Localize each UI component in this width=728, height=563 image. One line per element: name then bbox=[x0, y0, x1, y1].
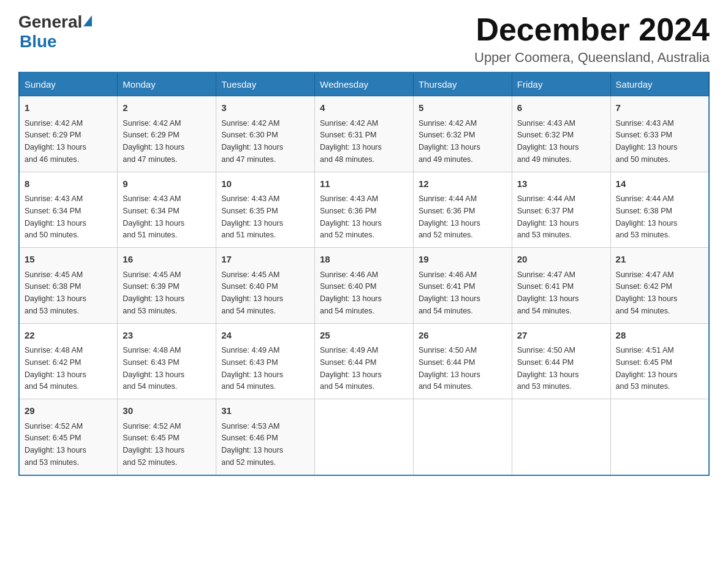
calendar-cell: 7 Sunrise: 4:43 AMSunset: 6:33 PMDayligh… bbox=[610, 96, 709, 172]
calendar-cell: 24 Sunrise: 4:49 AMSunset: 6:43 PMDaylig… bbox=[216, 323, 315, 399]
calendar-cell: 18 Sunrise: 4:46 AMSunset: 6:40 PMDaylig… bbox=[315, 248, 414, 324]
calendar-cell: 10 Sunrise: 4:43 AMSunset: 6:35 PMDaylig… bbox=[216, 172, 315, 248]
day-info: Sunrise: 4:44 AMSunset: 6:37 PMDaylight:… bbox=[517, 194, 579, 239]
day-info: Sunrise: 4:45 AMSunset: 6:39 PMDaylight:… bbox=[123, 270, 184, 315]
day-number: 30 bbox=[123, 404, 211, 418]
calendar-cell bbox=[610, 399, 709, 475]
header-monday: Monday bbox=[118, 72, 216, 96]
calendar-week-row: 22 Sunrise: 4:48 AMSunset: 6:42 PMDaylig… bbox=[19, 323, 709, 399]
day-info: Sunrise: 4:42 AMSunset: 6:31 PMDaylight:… bbox=[320, 119, 382, 164]
day-number: 7 bbox=[616, 101, 703, 115]
day-number: 11 bbox=[320, 177, 408, 191]
month-title: December 2024 bbox=[474, 12, 710, 47]
day-info: Sunrise: 4:46 AMSunset: 6:40 PMDaylight:… bbox=[320, 270, 382, 315]
logo-general-text: General bbox=[18, 12, 82, 32]
day-number: 6 bbox=[517, 101, 605, 115]
calendar-cell: 15 Sunrise: 4:45 AMSunset: 6:38 PMDaylig… bbox=[19, 248, 118, 324]
day-number: 24 bbox=[221, 329, 309, 343]
day-info: Sunrise: 4:42 AMSunset: 6:29 PMDaylight:… bbox=[123, 119, 184, 164]
calendar-week-row: 8 Sunrise: 4:43 AMSunset: 6:34 PMDayligh… bbox=[19, 172, 709, 248]
day-info: Sunrise: 4:42 AMSunset: 6:29 PMDaylight:… bbox=[25, 119, 86, 164]
calendar-cell: 12 Sunrise: 4:44 AMSunset: 6:36 PMDaylig… bbox=[413, 172, 512, 248]
day-info: Sunrise: 4:43 AMSunset: 6:33 PMDaylight:… bbox=[616, 119, 678, 164]
header-thursday: Thursday bbox=[413, 72, 512, 96]
day-number: 31 bbox=[221, 404, 309, 418]
header-saturday: Saturday bbox=[610, 72, 709, 96]
day-number: 29 bbox=[25, 404, 112, 418]
day-number: 22 bbox=[25, 329, 112, 343]
day-number: 2 bbox=[123, 101, 211, 115]
calendar-cell bbox=[512, 399, 610, 475]
calendar-cell: 1 Sunrise: 4:42 AMSunset: 6:29 PMDayligh… bbox=[19, 96, 118, 172]
day-info: Sunrise: 4:48 AMSunset: 6:42 PMDaylight:… bbox=[25, 346, 86, 391]
calendar-cell: 21 Sunrise: 4:47 AMSunset: 6:42 PMDaylig… bbox=[610, 248, 709, 324]
calendar-cell: 27 Sunrise: 4:50 AMSunset: 6:44 PMDaylig… bbox=[512, 323, 610, 399]
calendar-cell: 4 Sunrise: 4:42 AMSunset: 6:31 PMDayligh… bbox=[315, 96, 414, 172]
day-number: 25 bbox=[320, 329, 408, 343]
day-info: Sunrise: 4:52 AMSunset: 6:45 PMDaylight:… bbox=[123, 422, 184, 467]
header-tuesday: Tuesday bbox=[216, 72, 315, 96]
calendar-cell: 28 Sunrise: 4:51 AMSunset: 6:45 PMDaylig… bbox=[610, 323, 709, 399]
calendar-cell: 23 Sunrise: 4:48 AMSunset: 6:43 PMDaylig… bbox=[118, 323, 216, 399]
day-info: Sunrise: 4:43 AMSunset: 6:32 PMDaylight:… bbox=[517, 119, 579, 164]
calendar-header-row: SundayMondayTuesdayWednesdayThursdayFrid… bbox=[19, 72, 709, 96]
day-number: 9 bbox=[123, 177, 211, 191]
location-title: Upper Coomera, Queensland, Australia bbox=[474, 50, 710, 66]
calendar-cell: 5 Sunrise: 4:42 AMSunset: 6:32 PMDayligh… bbox=[413, 96, 512, 172]
day-number: 8 bbox=[25, 177, 112, 191]
day-number: 20 bbox=[517, 253, 605, 267]
day-info: Sunrise: 4:48 AMSunset: 6:43 PMDaylight:… bbox=[123, 346, 184, 391]
day-info: Sunrise: 4:42 AMSunset: 6:30 PMDaylight:… bbox=[221, 119, 283, 164]
calendar-cell: 31 Sunrise: 4:53 AMSunset: 6:46 PMDaylig… bbox=[216, 399, 315, 475]
day-number: 27 bbox=[517, 329, 605, 343]
calendar-cell: 29 Sunrise: 4:52 AMSunset: 6:45 PMDaylig… bbox=[19, 399, 118, 475]
day-number: 5 bbox=[419, 101, 507, 115]
calendar-cell: 20 Sunrise: 4:47 AMSunset: 6:41 PMDaylig… bbox=[512, 248, 610, 324]
day-info: Sunrise: 4:44 AMSunset: 6:38 PMDaylight:… bbox=[616, 194, 678, 239]
calendar-cell: 22 Sunrise: 4:48 AMSunset: 6:42 PMDaylig… bbox=[19, 323, 118, 399]
day-number: 23 bbox=[123, 329, 211, 343]
calendar-cell: 3 Sunrise: 4:42 AMSunset: 6:30 PMDayligh… bbox=[216, 96, 315, 172]
day-number: 17 bbox=[221, 253, 309, 267]
day-number: 3 bbox=[221, 101, 309, 115]
calendar-cell: 26 Sunrise: 4:50 AMSunset: 6:44 PMDaylig… bbox=[413, 323, 512, 399]
calendar-week-row: 1 Sunrise: 4:42 AMSunset: 6:29 PMDayligh… bbox=[19, 96, 709, 172]
calendar-table: SundayMondayTuesdayWednesdayThursdayFrid… bbox=[18, 72, 710, 476]
day-number: 19 bbox=[419, 253, 507, 267]
day-number: 21 bbox=[616, 253, 703, 267]
day-info: Sunrise: 4:46 AMSunset: 6:41 PMDaylight:… bbox=[419, 270, 480, 315]
day-info: Sunrise: 4:50 AMSunset: 6:44 PMDaylight:… bbox=[419, 346, 480, 391]
day-number: 15 bbox=[25, 253, 112, 267]
calendar-cell: 6 Sunrise: 4:43 AMSunset: 6:32 PMDayligh… bbox=[512, 96, 610, 172]
day-number: 4 bbox=[320, 101, 408, 115]
day-number: 1 bbox=[25, 101, 112, 115]
calendar-cell: 13 Sunrise: 4:44 AMSunset: 6:37 PMDaylig… bbox=[512, 172, 610, 248]
day-info: Sunrise: 4:45 AMSunset: 6:38 PMDaylight:… bbox=[25, 270, 86, 315]
day-info: Sunrise: 4:50 AMSunset: 6:44 PMDaylight:… bbox=[517, 346, 579, 391]
calendar-cell: 16 Sunrise: 4:45 AMSunset: 6:39 PMDaylig… bbox=[118, 248, 216, 324]
calendar-cell: 8 Sunrise: 4:43 AMSunset: 6:34 PMDayligh… bbox=[19, 172, 118, 248]
day-number: 28 bbox=[616, 329, 703, 343]
day-info: Sunrise: 4:53 AMSunset: 6:46 PMDaylight:… bbox=[221, 422, 283, 467]
calendar-cell: 11 Sunrise: 4:43 AMSunset: 6:36 PMDaylig… bbox=[315, 172, 414, 248]
day-number: 18 bbox=[320, 253, 408, 267]
day-info: Sunrise: 4:43 AMSunset: 6:34 PMDaylight:… bbox=[123, 194, 184, 239]
logo: General Blue bbox=[18, 12, 92, 52]
calendar-week-row: 15 Sunrise: 4:45 AMSunset: 6:38 PMDaylig… bbox=[19, 248, 709, 324]
calendar-cell: 30 Sunrise: 4:52 AMSunset: 6:45 PMDaylig… bbox=[118, 399, 216, 475]
calendar-cell: 2 Sunrise: 4:42 AMSunset: 6:29 PMDayligh… bbox=[118, 96, 216, 172]
calendar-cell: 19 Sunrise: 4:46 AMSunset: 6:41 PMDaylig… bbox=[413, 248, 512, 324]
day-info: Sunrise: 4:43 AMSunset: 6:35 PMDaylight:… bbox=[221, 194, 283, 239]
day-info: Sunrise: 4:44 AMSunset: 6:36 PMDaylight:… bbox=[419, 194, 480, 239]
page-header: General Blue December 2024 Upper Coomera… bbox=[18, 12, 710, 66]
calendar-cell: 9 Sunrise: 4:43 AMSunset: 6:34 PMDayligh… bbox=[118, 172, 216, 248]
day-info: Sunrise: 4:45 AMSunset: 6:40 PMDaylight:… bbox=[221, 270, 283, 315]
calendar-cell: 14 Sunrise: 4:44 AMSunset: 6:38 PMDaylig… bbox=[610, 172, 709, 248]
header-friday: Friday bbox=[512, 72, 610, 96]
header-wednesday: Wednesday bbox=[315, 72, 414, 96]
day-number: 13 bbox=[517, 177, 605, 191]
title-block: December 2024 Upper Coomera, Queensland,… bbox=[474, 12, 710, 66]
calendar-cell bbox=[413, 399, 512, 475]
day-info: Sunrise: 4:47 AMSunset: 6:42 PMDaylight:… bbox=[616, 270, 678, 315]
day-info: Sunrise: 4:43 AMSunset: 6:36 PMDaylight:… bbox=[320, 194, 382, 239]
